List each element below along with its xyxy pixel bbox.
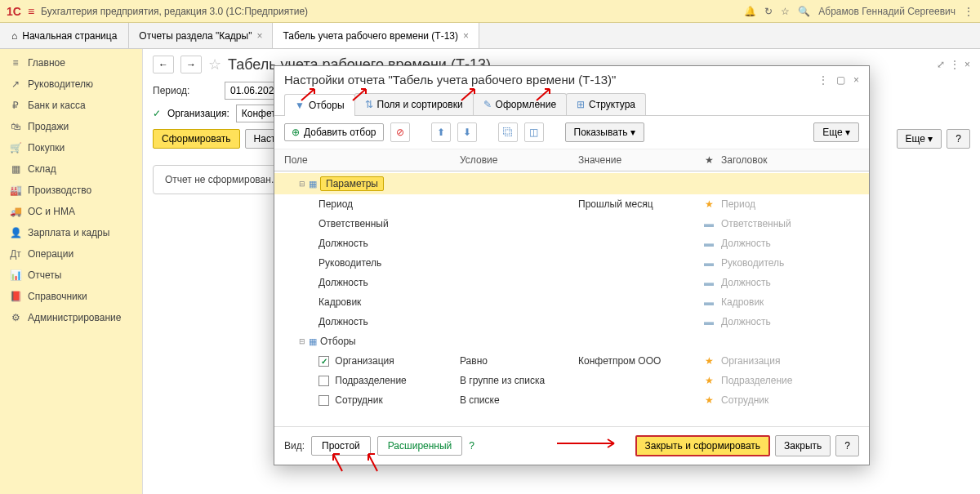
move-down-button[interactable]: ⬇ — [457, 122, 477, 142]
grid-filter-row[interactable]: ПодразделениеВ группе из списка★Подразде… — [274, 371, 869, 390]
view-extended-button[interactable]: Расширенный — [377, 436, 463, 456]
grid-param-row[interactable]: Должность▬Должность — [274, 273, 869, 292]
cell-field: Ответственный — [284, 218, 460, 229]
sidebar-item[interactable]: 🚚ОС и НМА — [0, 201, 142, 222]
plus-icon: ⊕ — [292, 127, 300, 138]
cell-star[interactable]: ▬ — [697, 257, 721, 269]
tab-fields-sort[interactable]: ⇅ Поля и сортировки — [354, 93, 474, 115]
history-icon[interactable]: ↻ — [764, 6, 773, 17]
sidebar-item[interactable]: ⚙Администрирование — [0, 307, 142, 328]
sidebar-item[interactable]: 📕Справочники — [0, 286, 142, 307]
home-icon: ⌂ — [11, 30, 17, 42]
more-button[interactable]: Еще ▾ — [897, 129, 942, 149]
move-up-button[interactable]: ⬆ — [431, 122, 451, 142]
grid-param-row[interactable]: Кадровик▬Кадровик — [274, 292, 869, 312]
close-button[interactable]: Закрыть — [775, 435, 831, 456]
help-button[interactable]: ? — [947, 129, 970, 149]
sidebar-label: Зарплата и кадры — [28, 227, 109, 238]
hamburger-icon[interactable]: ≡ — [28, 5, 34, 18]
sidebar-item[interactable]: ₽Банк и касса — [0, 95, 142, 116]
add-filter-button[interactable]: ⊕ Добавить отбор — [284, 123, 384, 141]
cell-star[interactable]: ▬ — [697, 316, 721, 327]
sidebar-item[interactable]: 📊Отчеты — [0, 265, 142, 286]
star-icon[interactable]: ☆ — [781, 6, 790, 17]
sidebar-item[interactable]: 🛍Продажи — [0, 116, 142, 137]
cell-star[interactable]: ▬ — [697, 277, 721, 288]
show-dropdown[interactable]: Показывать ▾ — [565, 122, 644, 142]
overflow-icon[interactable]: ⋮ — [964, 6, 973, 17]
overflow-icon[interactable]: ⋮ — [950, 59, 960, 70]
sidebar-item[interactable]: 🛒Покупки — [0, 137, 142, 158]
close-icon[interactable]: × — [463, 30, 469, 42]
home-label: Начальная страница — [22, 30, 117, 42]
cell-star[interactable]: ★ — [697, 375, 721, 386]
sidebar-item[interactable]: ДтОперации — [0, 243, 142, 265]
copy-icon: ⿻ — [503, 127, 513, 138]
home-tab[interactable]: ⌂ Начальная страница — [0, 23, 129, 48]
grid-filter-row[interactable]: ОрганизацияРавноКонфетпром ООО★Организац… — [274, 351, 869, 371]
bell-icon[interactable]: 🔔 — [744, 6, 756, 17]
tree-toggle-icon[interactable]: ⊟ — [299, 337, 305, 345]
period-label: Период: — [153, 85, 218, 96]
cell-field: Должность — [284, 238, 460, 249]
sidebar-item[interactable]: ▦Склад — [0, 158, 142, 180]
close-icon[interactable]: × — [256, 30, 262, 42]
cell-star[interactable]: ★ — [697, 355, 721, 367]
cell-star[interactable]: ▬ — [697, 218, 721, 229]
cell-heading: Подразделение — [721, 375, 859, 386]
help-button[interactable]: ? — [835, 435, 859, 456]
cell-heading: Организация — [721, 355, 859, 367]
grid-param-row[interactable]: Ответственный▬Ответственный — [274, 214, 869, 234]
delete-button[interactable]: ⊘ — [390, 122, 410, 142]
grid-param-row[interactable]: ПериодПрошлый месяц★Период — [274, 194, 869, 214]
cell-field: Руководитель — [284, 257, 460, 269]
dialog-maximize-icon[interactable]: ▢ — [836, 74, 845, 86]
search-icon[interactable]: 🔍 — [798, 6, 810, 17]
paste-button[interactable]: ◫ — [524, 122, 544, 142]
tab-filters[interactable]: ▼ Отборы — [284, 94, 355, 116]
form-button[interactable]: Сформировать — [153, 129, 240, 149]
cell-star[interactable]: ★ — [697, 394, 721, 406]
cell-cond: В списке — [460, 394, 578, 406]
tab-timesheet[interactable]: Табель учета рабочего времени (Т-13) × — [273, 23, 479, 48]
cell-heading: Кадровик — [721, 296, 859, 308]
close-icon[interactable]: × — [964, 59, 970, 70]
sidebar-item[interactable]: ≡Главное — [0, 52, 142, 73]
view-simple-button[interactable]: Простой — [311, 436, 371, 456]
nav-back-button[interactable]: ← — [153, 56, 174, 73]
link-icon[interactable]: ⤢ — [937, 59, 945, 70]
dialog-more-button[interactable]: Еще ▾ — [813, 122, 859, 142]
cell-star[interactable]: ▬ — [697, 296, 721, 308]
grid-param-row[interactable]: Должность▬Должность — [274, 234, 869, 253]
grid-param-row[interactable]: Руководитель▬Руководитель — [274, 253, 869, 273]
check-icon[interactable]: ✓ — [153, 108, 161, 119]
dialog-close-icon[interactable]: × — [853, 74, 859, 86]
favorite-star-icon[interactable]: ☆ — [208, 56, 221, 73]
close-and-form-button[interactable]: Закрыть и сформировать — [635, 435, 771, 456]
sidebar-item[interactable]: 🏭Производство — [0, 180, 142, 201]
sidebar-label: Покупки — [28, 142, 65, 154]
checkbox[interactable] — [318, 356, 329, 367]
nav-forward-button[interactable]: → — [180, 56, 202, 73]
checkbox[interactable] — [318, 376, 329, 386]
grid-group-row[interactable]: ⊟ ▦ Отборы — [274, 332, 869, 351]
tree-toggle-icon[interactable]: ⊟ — [299, 180, 305, 188]
user-name[interactable]: Абрамов Геннадий Сергеевич — [818, 6, 956, 17]
grid-param-row[interactable]: Должность▬Должность — [274, 312, 869, 332]
grid-group-row[interactable]: ⊟ ▦ Параметры — [274, 173, 869, 194]
tab-structure[interactable]: ⊞ Структура — [566, 93, 646, 115]
dialog-more-icon[interactable]: ⋮ — [818, 74, 828, 86]
tab-appearance[interactable]: ✎ Оформление — [473, 93, 567, 115]
cell-star[interactable]: ▬ — [697, 238, 721, 249]
help-icon[interactable]: ? — [469, 440, 474, 452]
copy-button[interactable]: ⿻ — [498, 122, 518, 142]
checkbox[interactable] — [318, 395, 329, 406]
cell-star[interactable]: ★ — [697, 198, 721, 210]
sidebar-icon: 🛍 — [10, 121, 21, 132]
tab-reports[interactable]: Отчеты раздела "Кадры" × — [129, 23, 273, 48]
sidebar-item[interactable]: 👤Зарплата и кадры — [0, 222, 142, 243]
sidebar-item[interactable]: ↗Руководителю — [0, 73, 142, 95]
sidebar-icon: ▦ — [10, 163, 21, 175]
dialog-footer: Вид: Простой Расширенный ? Закрыть и сфо… — [274, 426, 869, 465]
grid-filter-row[interactable]: СотрудникВ списке★Сотрудник — [274, 390, 869, 410]
